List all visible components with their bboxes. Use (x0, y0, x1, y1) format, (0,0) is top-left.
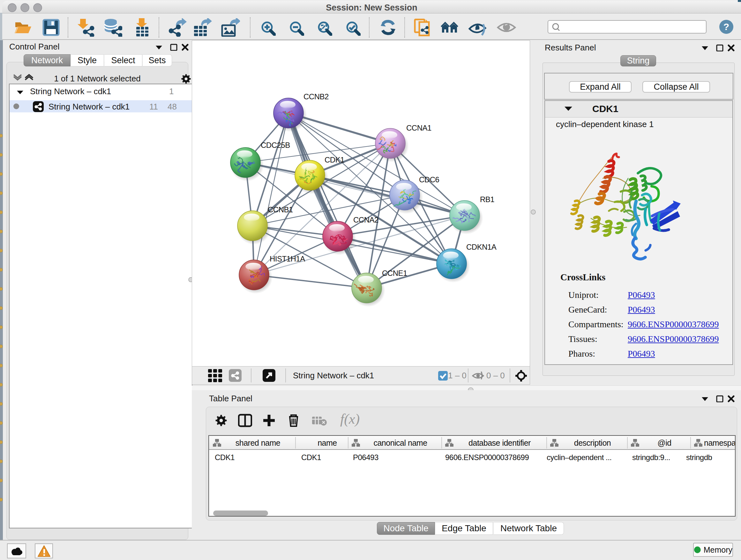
svg-text:CCNB1: CCNB1 (268, 205, 293, 214)
svg-text:HIST1H1A: HIST1H1A (270, 254, 305, 263)
svg-text:CDC25B: CDC25B (261, 141, 290, 149)
svg-text:CCNA1: CCNA1 (406, 124, 431, 132)
svg-text:?: ? (724, 21, 729, 32)
svg-text:CCNA2: CCNA2 (353, 215, 379, 224)
svg-text:CCNB2: CCNB2 (304, 92, 329, 101)
svg-text:RB1: RB1 (480, 195, 494, 204)
svg-text:CDK1: CDK1 (325, 155, 344, 164)
svg-text:CDC6: CDC6 (419, 175, 439, 184)
svg-text:CDKN1A: CDKN1A (466, 243, 496, 251)
svg-text:CCNE1: CCNE1 (382, 269, 407, 277)
